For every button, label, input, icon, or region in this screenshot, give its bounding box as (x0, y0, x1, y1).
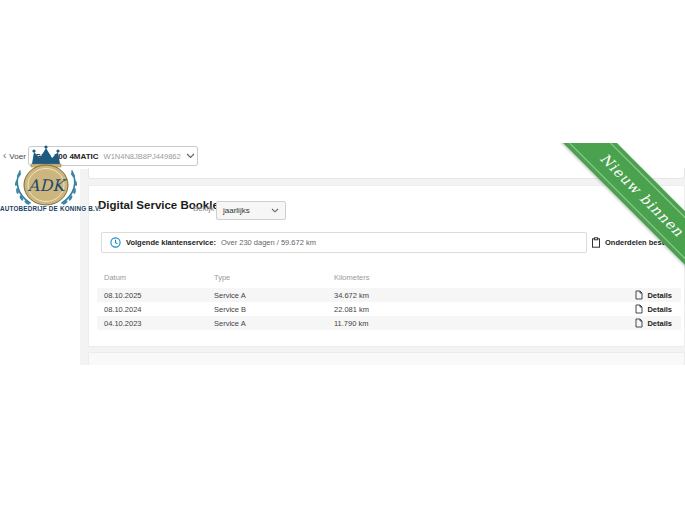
details-label: Details (647, 291, 672, 300)
cell-type: Service B (214, 305, 246, 314)
next-card-edge (88, 352, 685, 365)
table-row: 08.10.2025 Service A 34.672 km Details (97, 288, 681, 302)
view-interval-value: jaarlijks (223, 206, 250, 215)
vehicle-model-label: GLA 200 4MATIC (35, 152, 99, 161)
table-row: 08.10.2024 Service B 22.081 km Details (97, 302, 681, 316)
cell-kilometers: 11.790 km (334, 319, 368, 328)
cell-datum: 08.10.2025 (104, 291, 142, 300)
cell-type: Service A (214, 291, 246, 300)
clipboard-icon (591, 237, 601, 248)
column-header-type: Type (214, 273, 230, 282)
back-link-label: Voer (9, 152, 25, 161)
page-icon (635, 290, 643, 300)
view-label: Bekijk (193, 204, 214, 213)
chevron-left-icon: ‹ (3, 151, 6, 161)
next-service-banner: Volgende klantenservice: Over 230 dagen … (101, 232, 587, 253)
page-icon (635, 304, 643, 314)
column-header-datum: Datum (104, 273, 126, 282)
next-service-label: Volgende klantenservice: (126, 238, 216, 247)
back-to-vehicles-link[interactable]: ‹ Voer (3, 148, 26, 164)
details-label: Details (647, 305, 672, 314)
clock-icon (110, 237, 121, 248)
details-button[interactable]: Details (635, 303, 672, 315)
vehicle-vin-label: W1N4N8JB8PJ449862 (104, 152, 181, 161)
chevron-down-icon (271, 208, 279, 213)
cell-kilometers: 22.081 km (334, 305, 369, 314)
cell-datum: 04.10.2023 (104, 319, 142, 328)
details-button[interactable]: Details (635, 317, 672, 329)
cell-kilometers: 34.672 km (334, 291, 369, 300)
column-header-kilometers: Kilometers (334, 273, 369, 282)
view-interval-select[interactable]: jaarlijks (216, 201, 286, 220)
details-label: Details (647, 319, 672, 328)
digital-service-booklet-card: Digital Service Booklet Bekijk jaarlijks… (88, 185, 685, 347)
table-row: 04.10.2023 Service A 11.790 km Details (97, 316, 681, 330)
cell-datum: 08.10.2024 (104, 305, 142, 314)
app-window: ‹ Voer GLA 200 4MATIC W1N4N8JB8PJ449862 … (0, 143, 685, 365)
cell-type: Service A (214, 319, 246, 328)
chevron-down-icon (186, 153, 195, 159)
page-icon (635, 318, 643, 328)
next-service-value: Over 230 dagen / 59.672 km (221, 238, 316, 247)
table-header-row: Datum Type Kilometers (97, 270, 681, 286)
vehicle-selector[interactable]: GLA 200 4MATIC W1N4N8JB8PJ449862 (28, 146, 198, 166)
details-button[interactable]: Details (635, 289, 672, 301)
sidebar: Pakketten Lakken en bedrijfsvloeisto... … (0, 169, 80, 365)
